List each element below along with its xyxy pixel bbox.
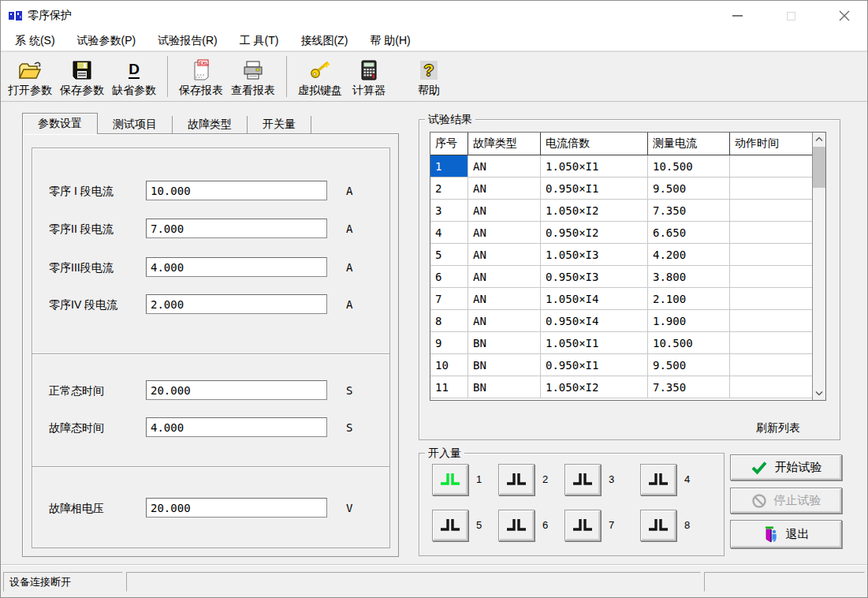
menu-item-wiring-diagram[interactable]: 接线图(Z)	[292, 32, 356, 50]
scrollbar-thumb[interactable]	[813, 147, 825, 188]
cell-current-multiple[interactable]: 1.050×I2	[541, 376, 648, 398]
cell-fault-type[interactable]: AN	[468, 222, 541, 244]
cell-measured-current[interactable]: 7.350	[648, 200, 730, 222]
tab-fault-types[interactable]: 故障类型	[173, 116, 248, 133]
cell-fault-type[interactable]: AN	[468, 178, 541, 200]
cell-action-time[interactable]	[730, 310, 812, 332]
fault-state-time-input[interactable]	[146, 417, 327, 437]
col-header-measured-current[interactable]: 测量电流	[648, 133, 730, 155]
cell-index[interactable]: 2	[430, 178, 468, 200]
digital-input-switch-4[interactable]	[640, 464, 676, 495]
zero-seq-IV-current-input[interactable]	[146, 294, 327, 314]
cell-measured-current[interactable]: 10.500	[648, 332, 730, 354]
col-header-fault-type[interactable]: 故障类型	[468, 133, 541, 155]
save-params-button[interactable]: 保存参数	[56, 54, 108, 99]
cell-measured-current[interactable]: 4.200	[648, 244, 730, 266]
cell-fault-type[interactable]: AN	[468, 288, 541, 310]
cell-current-multiple[interactable]: 0.950×I2	[541, 222, 648, 244]
cell-action-time[interactable]	[730, 244, 812, 266]
normal-state-time-input[interactable]	[146, 380, 327, 400]
tab-param-settings[interactable]: 参数设置	[22, 113, 98, 134]
zero-seq-III-current-input[interactable]	[146, 257, 327, 277]
fault-phase-voltage-input[interactable]	[146, 498, 327, 518]
cell-current-multiple[interactable]: 1.050×I2	[541, 200, 648, 222]
cell-index[interactable]: 8	[430, 310, 468, 332]
maximize-button[interactable]	[773, 1, 809, 31]
col-header-current-multiple[interactable]: 电流倍数	[541, 133, 648, 155]
cell-measured-current[interactable]: 6.650	[648, 222, 730, 244]
cell-fault-type[interactable]: AN	[468, 244, 541, 266]
cell-fault-type[interactable]: AN	[468, 266, 541, 288]
col-header-index[interactable]: 序号	[430, 133, 468, 155]
digital-input-switch-5[interactable]	[432, 510, 468, 541]
cell-action-time[interactable]	[730, 266, 812, 288]
digital-input-switch-3[interactable]	[564, 464, 601, 495]
cell-index[interactable]: 5	[430, 244, 468, 266]
cell-index[interactable]: 4	[430, 222, 468, 244]
menu-item-test-params[interactable]: 试验参数(P)	[69, 32, 144, 50]
digital-input-switch-2[interactable]	[498, 464, 535, 495]
cell-fault-type[interactable]: BN	[468, 332, 541, 354]
cell-measured-current[interactable]: 1.900	[648, 310, 730, 332]
close-button[interactable]	[826, 1, 862, 31]
cell-fault-type[interactable]: AN	[468, 310, 541, 332]
calculator-button[interactable]: 计算器	[346, 54, 392, 99]
digital-input-switch-6[interactable]	[498, 510, 535, 541]
menu-item-system[interactable]: 系 统(S)	[7, 32, 63, 50]
scroll-up-icon[interactable]	[813, 133, 825, 146]
open-params-button[interactable]: 打开参数	[4, 54, 56, 99]
cell-current-multiple[interactable]: 0.950×I4	[541, 310, 648, 332]
cell-current-multiple[interactable]: 0.950×I1	[541, 178, 648, 200]
cell-action-time[interactable]	[730, 200, 812, 222]
cell-action-time[interactable]	[730, 155, 812, 178]
scroll-down-icon[interactable]	[813, 387, 825, 400]
save-report-button[interactable]: EXL 保存报表	[175, 54, 227, 99]
help-button[interactable]: ? 帮助	[409, 54, 449, 99]
start-test-button[interactable]: 开始试验	[730, 454, 842, 480]
cell-index[interactable]: 6	[430, 266, 468, 288]
menu-item-tools[interactable]: 工 具(T)	[232, 32, 287, 50]
vertical-scrollbar[interactable]	[812, 133, 825, 400]
cell-fault-type[interactable]: AN	[468, 155, 541, 178]
cell-action-time[interactable]	[730, 332, 812, 354]
default-params-button[interactable]: D 缺省参数	[108, 54, 160, 99]
cell-index[interactable]: 7	[430, 288, 468, 310]
cell-index[interactable]: 10	[430, 354, 468, 376]
cell-action-time[interactable]	[730, 288, 812, 310]
cell-index[interactable]: 11	[430, 376, 468, 398]
cell-measured-current[interactable]: 7.350	[648, 376, 730, 398]
digital-input-switch-7[interactable]	[564, 510, 601, 541]
cell-measured-current[interactable]: 2.100	[648, 288, 730, 310]
cell-current-multiple[interactable]: 1.050×I3	[541, 244, 648, 266]
cell-fault-type[interactable]: AN	[468, 200, 541, 222]
tab-switch-values[interactable]: 开关量	[248, 116, 311, 133]
menu-item-help[interactable]: 帮 助(H)	[362, 32, 418, 50]
cell-current-multiple[interactable]: 0.950×I1	[541, 354, 648, 376]
cell-action-time[interactable]	[730, 376, 812, 398]
cell-measured-current[interactable]: 3.800	[648, 266, 730, 288]
menu-item-test-report[interactable]: 试验报告(R)	[150, 32, 225, 50]
zero-seq-I-current-input[interactable]	[146, 181, 327, 200]
cell-current-multiple[interactable]: 0.950×I3	[541, 266, 648, 288]
cell-index[interactable]: 3	[430, 200, 468, 222]
digital-input-switch-8[interactable]	[640, 510, 676, 541]
cell-index[interactable]: 9	[430, 332, 468, 354]
cell-current-multiple[interactable]: 1.050×I1	[541, 332, 648, 354]
cell-measured-current[interactable]: 9.500	[648, 354, 730, 376]
selected-cell-index[interactable]: 1	[430, 155, 468, 178]
col-header-action-time[interactable]: 动作时间	[730, 133, 812, 155]
cell-current-multiple[interactable]: 1.050×I4	[541, 288, 648, 310]
refresh-list-link[interactable]: 刷新列表	[756, 421, 800, 435]
tab-test-items[interactable]: 测试项目	[98, 116, 173, 133]
zero-seq-II-current-input[interactable]	[146, 219, 327, 238]
cell-fault-type[interactable]: BN	[468, 354, 541, 376]
stop-test-button[interactable]: 停止试验	[730, 488, 842, 514]
minimize-button[interactable]	[719, 1, 755, 31]
cell-measured-current[interactable]: 10.500	[648, 155, 730, 178]
cell-measured-current[interactable]: 9.500	[648, 178, 730, 200]
exit-button[interactable]: 退出	[730, 520, 842, 548]
cell-action-time[interactable]	[730, 222, 812, 244]
cell-action-time[interactable]	[730, 178, 812, 200]
virtual-keyboard-button[interactable]: 虚拟键盘	[294, 54, 346, 99]
digital-input-switch-1[interactable]	[432, 464, 468, 495]
